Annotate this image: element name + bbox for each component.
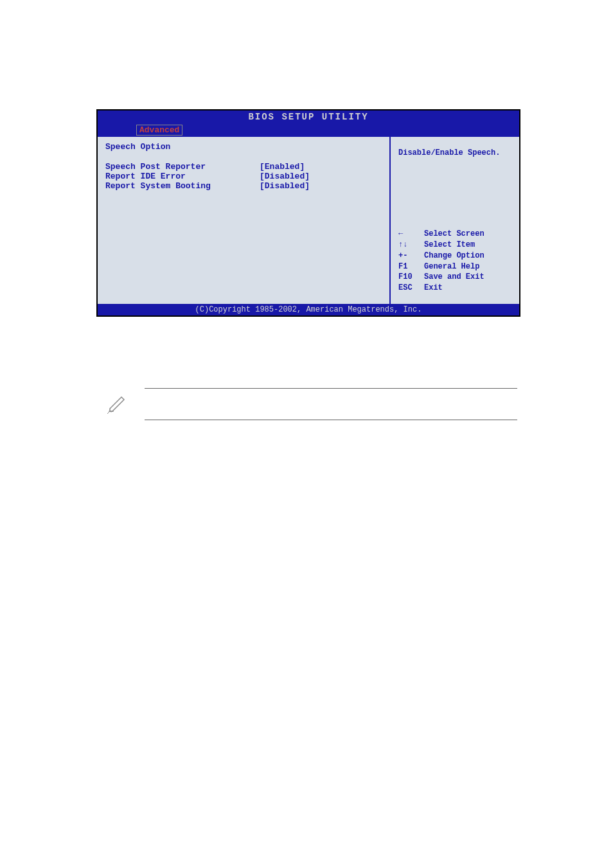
nav-row: F10 Save and Exit xyxy=(398,272,511,283)
option-row[interactable]: Report System Booting [Disabled] xyxy=(105,181,382,191)
option-value: [Enabled] xyxy=(260,162,305,172)
bios-title: BIOS SETUP UTILITY xyxy=(98,111,519,123)
nav-row: ← Select Screen xyxy=(398,229,511,240)
nav-desc: Select Item xyxy=(424,240,475,251)
option-label: Speech Post Reporter xyxy=(105,162,260,172)
nav-row: F1 General Help xyxy=(398,261,511,272)
nav-row: ESC Exit xyxy=(398,283,511,294)
bios-right-panel: Disable/Enable Speech. ← Select Screen ↑… xyxy=(391,137,519,304)
nav-desc: Save and Exit xyxy=(424,272,484,283)
option-value: [Disabled] xyxy=(260,172,310,181)
divider xyxy=(145,388,517,389)
bios-footer: (C)Copyright 1985-2002, American Megatre… xyxy=(98,304,519,315)
left-arrow-icon: ← xyxy=(398,229,424,240)
help-text: Disable/Enable Speech. xyxy=(398,148,511,157)
option-value: [Disabled] xyxy=(260,181,310,191)
bios-body: Speech Option Speech Post Reporter [Enab… xyxy=(98,137,519,304)
option-label: Report System Booting xyxy=(105,181,260,191)
option-row[interactable]: Speech Post Reporter [Enabled] xyxy=(105,162,382,172)
nav-row: +- Change Option xyxy=(398,251,511,261)
nav-row: ↑↓ Select Item xyxy=(398,240,511,251)
bios-tab-row: Advanced xyxy=(98,123,519,137)
f1-key: F1 xyxy=(398,261,424,272)
updown-arrow-icon: ↑↓ xyxy=(398,240,424,251)
bios-setup-window: BIOS SETUP UTILITY Advanced Speech Optio… xyxy=(96,109,520,317)
esc-key: ESC xyxy=(398,283,424,294)
separator-group xyxy=(145,388,517,451)
tab-advanced[interactable]: Advanced xyxy=(136,125,182,136)
option-row[interactable]: Report IDE Error [Disabled] xyxy=(105,172,382,181)
nav-desc: Select Screen xyxy=(424,229,484,240)
nav-desc: Change Option xyxy=(424,251,484,261)
f10-key: F10 xyxy=(398,272,424,283)
option-label: Report IDE Error xyxy=(105,172,260,181)
bios-left-panel: Speech Option Speech Post Reporter [Enab… xyxy=(98,137,391,304)
nav-help: ← Select Screen ↑↓ Select Item +- Change… xyxy=(398,229,511,294)
section-title: Speech Option xyxy=(105,142,382,152)
plusminus-icon: +- xyxy=(398,251,424,261)
nav-desc: General Help xyxy=(424,261,479,272)
divider xyxy=(145,420,517,420)
nav-desc: Exit xyxy=(424,283,443,294)
pencil-icon xyxy=(106,392,129,415)
